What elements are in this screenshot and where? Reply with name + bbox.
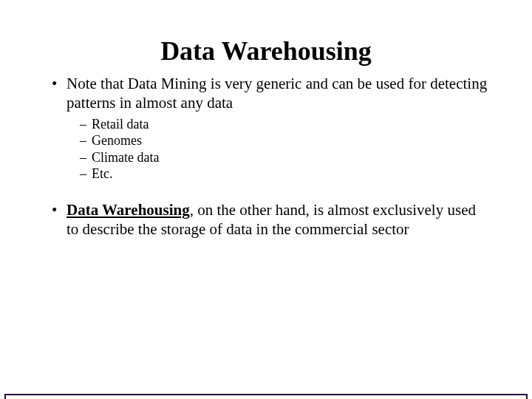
slide: Data Warehousing Note that Data Mining i… <box>0 35 532 399</box>
sub-bullet-text: Genomes <box>92 133 142 148</box>
sub-bullet-text: Climate data <box>92 150 159 165</box>
sub-bullet-text: Retail data <box>92 117 149 132</box>
bullet-item: Data Warehousing, on the other hand, is … <box>52 200 488 239</box>
sub-bullet-item: Retail data <box>66 116 488 133</box>
bullet-text: Note that Data Mining is very generic an… <box>66 75 487 112</box>
slide-content: Note that Data Mining is very generic an… <box>0 74 532 239</box>
sub-bullet-item: Etc. <box>66 166 488 183</box>
bullet-item: Note that Data Mining is very generic an… <box>52 74 488 183</box>
sub-bullet-item: Climate data <box>66 149 488 166</box>
sub-bullet-text: Etc. <box>92 166 113 181</box>
spacer <box>52 190 488 200</box>
slide-title: Data Warehousing <box>0 35 532 66</box>
bullet-strong-text: Data Warehousing <box>66 201 190 219</box>
slide-footer: David Corne, , Heriot-Watt University - … <box>4 394 528 400</box>
bullet-list: Data Warehousing, on the other hand, is … <box>52 200 488 239</box>
sub-bullet-item: Genomes <box>66 132 488 149</box>
sub-bullet-list: Retail data Genomes Climate data Etc. <box>66 116 488 183</box>
bullet-list: Note that Data Mining is very generic an… <box>52 74 488 183</box>
